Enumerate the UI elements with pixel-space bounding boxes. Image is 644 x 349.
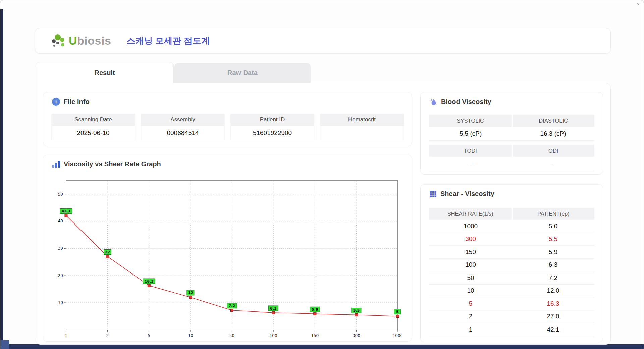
patient-viscosity-cell: 16.3 (512, 297, 594, 310)
field-value: 000684514 (141, 126, 225, 140)
blood-viscosity-group: TODIODI–– (429, 145, 594, 170)
patient-viscosity-cell: 42.1 (512, 323, 594, 336)
graph-title-label: Viscosity vs Shear Rate Graph (64, 160, 161, 168)
blood-viscosity-header-row: TODIODI (429, 145, 594, 157)
blood-viscosity-header-row: SYSTOLICDIASTOLIC (429, 115, 594, 127)
table-row: 3005.5 (429, 233, 594, 246)
table-row: 142.1 (429, 323, 594, 336)
tab-raw-data[interactable]: Raw Data (174, 63, 311, 83)
blood-viscosity-value-row: 5.5 (cP)16.3 (cP) (429, 127, 594, 141)
svg-text:27: 27 (105, 250, 110, 254)
blood-value-cell: 16.3 (cP) (512, 127, 594, 140)
table-row: 507.2 (429, 271, 594, 285)
file-info-title-label: File Info (64, 98, 90, 106)
patient-viscosity-cell: 5.9 (512, 246, 594, 258)
table-row: 1012.0 (429, 285, 594, 298)
patient-viscosity-cell: 27.0 (512, 310, 594, 323)
shear-rate-cell: 5 (429, 297, 512, 310)
shear-rate-cell: 50 (429, 271, 512, 284)
shear-rate-cell: 10 (429, 285, 512, 297)
blood-viscosity-value-row: –– (429, 157, 594, 170)
blood-value-cell: – (512, 157, 594, 170)
svg-text:7.2: 7.2 (229, 304, 235, 308)
svg-text:40: 40 (58, 219, 63, 223)
svg-text:2: 2 (106, 333, 109, 338)
svg-text:100: 100 (270, 333, 277, 338)
header: Ubiosis 스캐닝 모세관 점도계 (35, 28, 611, 54)
field-label: Assembly (141, 114, 225, 126)
patient-viscosity-cell: 12.0 (512, 285, 594, 297)
tab-result[interactable]: Result (36, 62, 174, 84)
graph-card: Viscosity vs Shear Rate Graph 1020304050… (43, 155, 412, 342)
svg-text:50: 50 (58, 192, 63, 197)
blood-viscosity-card: Blood Viscosity SYSTOLICDIASTOLIC5.5 (cP… (420, 92, 603, 174)
blood-header-cell: DIASTOLIC (513, 115, 595, 127)
patient-viscosity-cell: 7.2 (512, 271, 594, 284)
table-row: 1006.3 (429, 259, 594, 272)
file-info-field-assembly: Assembly000684514 (141, 114, 225, 140)
file-info-field-scanning-date: Scanning Date2025-06-10 (51, 114, 135, 140)
patient-viscosity-cell: 5.5 (512, 233, 594, 246)
svg-text:5: 5 (148, 333, 150, 338)
field-label: Patient ID (230, 114, 314, 126)
blood-header-cell: TODI (429, 145, 512, 157)
main-panel: i File Info Scanning Date2025-06-10Assem… (36, 83, 611, 345)
svg-text:12: 12 (188, 291, 193, 295)
app-window: × Ubiosis 스캐닝 모세관 점도계 Result Raw Data i … (0, 0, 644, 349)
svg-text:10: 10 (58, 300, 63, 305)
blood-header-cell: SYSTOLIC (429, 115, 512, 127)
file-info-card: i File Info Scanning Date2025-06-10Assem… (43, 92, 412, 146)
svg-text:6.3: 6.3 (270, 306, 277, 311)
logo-text: Ubiosis (69, 34, 111, 47)
blood-viscosity-title: Blood Viscosity (429, 98, 491, 106)
patient-viscosity-cell: 6.3 (512, 259, 594, 271)
svg-text:5.9: 5.9 (312, 307, 318, 312)
blood-header-cell: ODI (513, 145, 595, 157)
field-value: 51601922900 (230, 126, 314, 140)
shear-rate-cell: 150 (429, 246, 512, 258)
shear-rate-column-header: SHEAR RATE(1/s) (429, 208, 512, 220)
svg-text:10: 10 (188, 333, 193, 338)
shear-rate-cell: 1000 (429, 220, 512, 233)
shear-rate-cell: 100 (429, 259, 512, 271)
file-info-fields: Scanning Date2025-06-10Assembly000684514… (51, 114, 404, 140)
svg-text:300: 300 (353, 333, 360, 338)
shear-viscosity-card: Shear - Viscosity SHEAR RATE(1/s) PATIEN… (420, 184, 603, 342)
table-row: 516.3 (429, 297, 594, 310)
blood-value-cell: 5.5 (cP) (429, 127, 512, 140)
svg-text:1000: 1000 (393, 333, 401, 338)
svg-text:50: 50 (229, 333, 234, 338)
graph-title: Viscosity vs Shear Rate Graph (52, 160, 161, 168)
taskbar (0, 344, 644, 349)
svg-text:42.1: 42.1 (61, 209, 70, 213)
svg-text:150: 150 (311, 333, 319, 338)
svg-text:16.3: 16.3 (145, 279, 154, 284)
svg-text:5.5: 5.5 (353, 308, 360, 313)
table-row: 10005.0 (429, 220, 594, 233)
viscosity-chart: 10203040501251050100150300100042.12716.3… (53, 175, 401, 340)
table-row: 1505.9 (429, 246, 594, 259)
field-value: 2025-06-10 (51, 126, 135, 140)
shear-viscosity-title: Shear - Viscosity (429, 190, 494, 198)
field-value (320, 126, 404, 140)
table-row: 227.0 (429, 310, 594, 323)
shear-rate-cell: 300 (429, 233, 512, 246)
window-edge-left (0, 9, 3, 349)
droplet-icon (429, 98, 437, 106)
taskbar-accent (0, 340, 9, 349)
blood-value-cell: – (429, 157, 512, 170)
shear-viscosity-title-label: Shear - Viscosity (440, 190, 494, 198)
svg-text:5: 5 (396, 310, 399, 314)
logo-dots-icon (52, 34, 66, 48)
patient-column-header: PATIENT(cp) (513, 208, 595, 220)
close-icon[interactable]: × (637, 1, 640, 7)
file-info-field-patient-id: Patient ID51601922900 (230, 114, 314, 140)
blood-viscosity-table: SYSTOLICDIASTOLIC5.5 (cP)16.3 (cP)TODIOD… (429, 115, 594, 170)
blood-viscosity-title-label: Blood Viscosity (441, 98, 491, 106)
blood-viscosity-group: SYSTOLICDIASTOLIC5.5 (cP)16.3 (cP) (429, 115, 594, 141)
shear-rate-cell: 1 (429, 323, 512, 336)
bar-chart-icon (52, 161, 60, 168)
shear-table-body: 10005.03005.51505.91006.3507.21012.0516.… (429, 220, 594, 336)
info-icon: i (52, 98, 60, 106)
grid-icon (429, 190, 437, 198)
